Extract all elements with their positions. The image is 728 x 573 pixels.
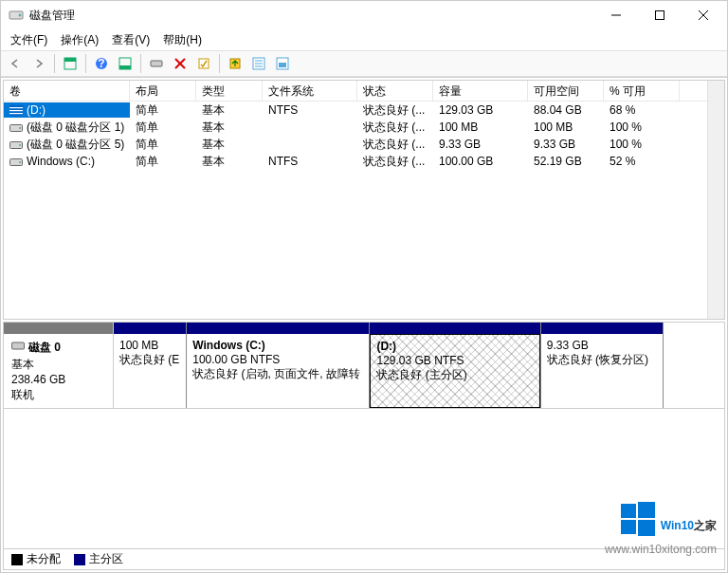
vertical-scrollbar[interactable]: [707, 102, 724, 319]
cell-status: 状态良好 (...: [357, 119, 433, 137]
refresh-icon[interactable]: [225, 53, 246, 74]
list-icon[interactable]: [248, 53, 269, 74]
partition-title: Windows (C:): [192, 339, 363, 353]
column-header[interactable]: 可用空间: [528, 81, 604, 101]
minimize-button[interactable]: [594, 1, 638, 29]
svg-rect-12: [151, 61, 162, 66]
cell-type: 基本: [196, 102, 263, 120]
volume-row[interactable]: Windows (C:)简单基本NTFS状态良好 (...100.00 GB52…: [4, 153, 707, 170]
app-icon: [9, 8, 24, 23]
column-header[interactable]: % 可用: [604, 81, 680, 101]
svg-point-30: [19, 144, 21, 146]
disk-management-window: 磁盘管理 文件(F) 操作(A) 查看(V) 帮助(H) ? 卷布局类型文件: [0, 0, 728, 573]
cell-name: (磁盘 0 磁盘分区 5): [4, 136, 130, 154]
svg-point-1: [19, 14, 22, 17]
partition-title: (D:): [376, 340, 533, 354]
disk-name: 磁盘 0: [28, 340, 61, 355]
back-button[interactable]: [5, 53, 26, 74]
column-header[interactable]: 文件系统: [263, 81, 357, 101]
partition[interactable]: Windows (C:)100.00 GB NTFS状态良好 (启动, 页面文件…: [187, 323, 370, 408]
svg-rect-22: [279, 63, 286, 67]
column-header[interactable]: 容量: [433, 81, 528, 101]
column-header[interactable]: 状态: [357, 81, 433, 101]
cell-free: 100 MB: [528, 120, 604, 135]
cell-fs: [263, 126, 357, 128]
cell-type: 基本: [196, 119, 263, 137]
content-area: 卷布局类型文件系统状态容量可用空间% 可用 (D:)简单基本NTFS状态良好 (…: [1, 77, 727, 572]
volume-rows[interactable]: (D:)简单基本NTFS状态良好 (...129.03 GB88.04 GB68…: [4, 102, 707, 319]
column-headers[interactable]: 卷布局类型文件系统状态容量可用空间% 可用: [4, 81, 707, 102]
cell-fs: NTFS: [263, 154, 357, 169]
partition-size: 129.03 GB NTFS: [376, 354, 533, 368]
svg-rect-15: [199, 59, 209, 68]
volume-row[interactable]: (D:)简单基本NTFS状态良好 (...129.03 GB88.04 GB68…: [4, 102, 707, 119]
disk-type: 基本: [11, 357, 105, 372]
window-title: 磁盘管理: [29, 8, 594, 24]
partition[interactable]: (D:)129.03 GB NTFS状态良好 (主分区): [370, 323, 540, 408]
svg-text:?: ?: [98, 57, 104, 70]
disk-icon[interactable]: [146, 53, 167, 74]
menu-view[interactable]: 查看(V): [106, 30, 155, 50]
cell-pct: 100 %: [604, 137, 680, 152]
toolbar: ?: [1, 50, 727, 77]
cell-name: (磁盘 0 磁盘分区 1): [4, 119, 130, 137]
menu-action[interactable]: 操作(A): [55, 30, 104, 50]
titlebar[interactable]: 磁盘管理: [1, 1, 727, 29]
forward-button[interactable]: [28, 53, 49, 74]
disk-size: 238.46 GB: [11, 372, 105, 387]
partition-size: 100.00 GB NTFS: [192, 353, 363, 367]
cell-layout: 简单: [130, 102, 196, 120]
menu-help[interactable]: 帮助(H): [157, 30, 208, 50]
partition-status: 状态良好 (E: [119, 353, 180, 367]
volume-list[interactable]: 卷布局类型文件系统状态容量可用空间% 可用 (D:)简单基本NTFS状态良好 (…: [3, 80, 725, 320]
partitions-area: 100 MB状态良好 (EWindows (C:)100.00 GB NTFS状…: [114, 323, 724, 408]
graphic-icon[interactable]: [272, 53, 293, 74]
legend: 未分配 主分区: [4, 548, 724, 569]
menubar: 文件(F) 操作(A) 查看(V) 帮助(H): [1, 29, 727, 50]
disk-state: 联机: [11, 387, 105, 402]
cell-type: 基本: [196, 136, 263, 154]
cell-fs: [263, 143, 357, 145]
volume-row[interactable]: (磁盘 0 磁盘分区 1)简单基本状态良好 (...100 MB100 MB10…: [4, 119, 707, 136]
volume-row[interactable]: (磁盘 0 磁盘分区 5)简单基本状态良好 (...9.33 GB9.33 GB…: [4, 136, 707, 153]
view-top-button[interactable]: [60, 53, 81, 74]
svg-rect-7: [64, 58, 76, 62]
cell-name: Windows (C:): [4, 154, 130, 169]
view-bottom-button[interactable]: [115, 53, 136, 74]
cell-pct: 68 %: [604, 102, 680, 118]
cell-cap: 129.03 GB: [433, 102, 528, 118]
maximize-button[interactable]: [638, 1, 682, 29]
cell-layout: 简单: [130, 119, 196, 137]
svg-rect-11: [119, 65, 131, 69]
svg-rect-26: [9, 113, 23, 114]
cell-layout: 简单: [130, 136, 196, 154]
help-icon[interactable]: ?: [91, 53, 112, 74]
column-header[interactable]: 布局: [130, 81, 196, 101]
cell-status: 状态良好 (...: [357, 102, 433, 120]
partition-status: 状态良好 (主分区): [376, 368, 533, 382]
svg-rect-24: [9, 107, 23, 108]
properties-icon[interactable]: [193, 53, 214, 74]
cell-pct: 52 %: [604, 154, 680, 169]
scroll-area-header: [707, 81, 724, 102]
legend-unallocated: 未分配: [11, 551, 61, 567]
close-button[interactable]: [682, 1, 725, 29]
svg-point-28: [19, 127, 21, 129]
menu-file[interactable]: 文件(F): [5, 30, 53, 50]
cell-cap: 9.33 GB: [433, 137, 528, 152]
disk-map: 磁盘 0 基本 238.46 GB 联机 100 MB状态良好 (EWindow…: [3, 322, 725, 570]
column-header[interactable]: 卷: [4, 81, 130, 101]
svg-rect-25: [9, 110, 23, 111]
disk-info-panel[interactable]: 磁盘 0 基本 238.46 GB 联机: [4, 323, 114, 408]
partition[interactable]: 9.33 GB状态良好 (恢复分区): [541, 323, 664, 408]
partition[interactable]: 100 MB状态良好 (E: [114, 323, 187, 408]
partition-status: 状态良好 (启动, 页面文件, 故障转: [192, 367, 363, 381]
svg-rect-33: [12, 342, 25, 349]
cell-pct: 100 %: [604, 120, 680, 135]
partition-size: 100 MB: [119, 339, 180, 353]
column-header[interactable]: 类型: [196, 81, 263, 101]
disk-row[interactable]: 磁盘 0 基本 238.46 GB 联机 100 MB状态良好 (EWindow…: [4, 323, 724, 409]
cell-name: (D:): [4, 102, 130, 118]
delete-icon[interactable]: [170, 53, 191, 74]
disk-icon: [11, 340, 25, 355]
